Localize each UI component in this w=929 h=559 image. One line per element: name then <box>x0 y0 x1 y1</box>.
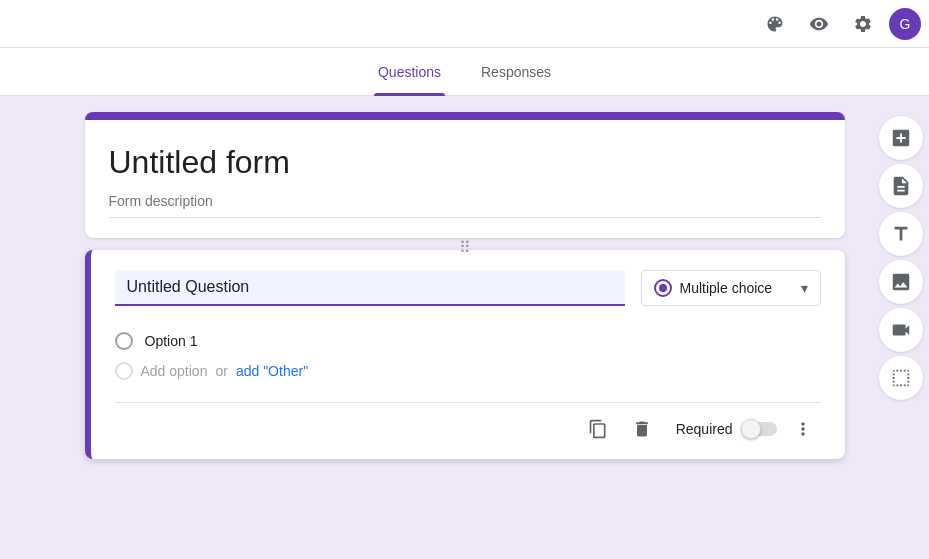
question-card-wrapper: ⠿ Multiple choice ▾ Option 1 <box>85 250 845 459</box>
more-options-button[interactable] <box>785 411 821 447</box>
add-section-button[interactable] <box>879 356 923 400</box>
option-label-1[interactable]: Option 1 <box>145 333 198 349</box>
user-avatar[interactable]: G <box>889 8 921 40</box>
required-section: Required <box>676 419 777 439</box>
card-divider <box>115 402 821 403</box>
or-text: or <box>215 363 227 379</box>
palette-icon-btn[interactable] <box>757 6 793 42</box>
add-video-button[interactable] <box>879 308 923 352</box>
import-questions-button[interactable] <box>879 164 923 208</box>
question-type-dropdown[interactable]: Multiple choice ▾ <box>641 270 821 306</box>
add-option-radio <box>115 362 133 380</box>
add-option-text[interactable]: Add option <box>141 363 208 379</box>
form-header-card: Untitled form Form description <box>85 112 845 238</box>
tabs-area: Questions Responses <box>0 48 929 96</box>
tab-questions[interactable]: Questions <box>374 48 445 96</box>
add-question-button[interactable] <box>879 116 923 160</box>
delete-button[interactable] <box>624 411 660 447</box>
question-card: Multiple choice ▾ Option 1 Add option or… <box>85 250 845 459</box>
question-input-wrapper <box>115 270 625 306</box>
add-title-button[interactable] <box>879 212 923 256</box>
question-type-label: Multiple choice <box>680 280 773 296</box>
radio-icon-inner <box>659 284 667 292</box>
drag-handle[interactable]: ⠿ <box>459 238 471 257</box>
right-sidebar <box>873 96 929 400</box>
question-top-row: Multiple choice ▾ <box>115 270 821 306</box>
add-image-button[interactable] <box>879 260 923 304</box>
copy-button[interactable] <box>580 411 616 447</box>
settings-icon-btn[interactable] <box>845 6 881 42</box>
option-radio-1 <box>115 332 133 350</box>
add-other-link[interactable]: add "Other" <box>236 363 308 379</box>
add-option-row: Add option or add "Other" <box>115 356 821 386</box>
form-title[interactable]: Untitled form <box>109 144 821 181</box>
option-row-1: Option 1 <box>115 326 821 356</box>
dropdown-arrow-icon: ▾ <box>801 280 808 296</box>
tab-responses[interactable]: Responses <box>477 48 555 96</box>
required-label: Required <box>676 421 733 437</box>
multiple-choice-icon <box>654 279 672 297</box>
card-footer: Required <box>115 411 821 447</box>
toggle-thumb <box>741 419 761 439</box>
form-description[interactable]: Form description <box>109 193 821 218</box>
preview-icon-btn[interactable] <box>801 6 837 42</box>
required-toggle[interactable] <box>741 419 777 439</box>
question-input[interactable] <box>115 270 625 306</box>
main-content: Untitled form Form description ⠿ Multipl… <box>0 96 929 559</box>
top-bar: G <box>0 0 929 48</box>
